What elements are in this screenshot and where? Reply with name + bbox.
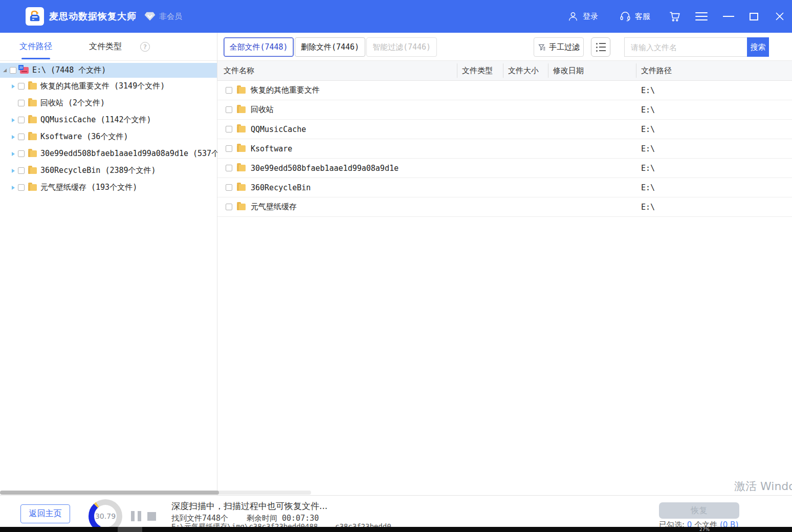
tree-item[interactable]: 元气壁纸缓存 (193个文件) bbox=[0, 179, 217, 196]
menu-button[interactable] bbox=[695, 12, 708, 20]
table-row[interactable]: QQMusicCache E:\ bbox=[217, 120, 792, 139]
support-button[interactable]: 客服 bbox=[620, 11, 650, 22]
minimize-button[interactable] bbox=[723, 16, 734, 17]
tree-root-drive[interactable]: E:\ (7448 个文件) bbox=[0, 63, 217, 78]
folder-icon bbox=[237, 204, 246, 210]
checkbox[interactable] bbox=[18, 184, 25, 191]
tree-item-label: 恢复的其他重要文件 (3149个文件) bbox=[40, 81, 165, 91]
checkbox[interactable] bbox=[226, 87, 232, 94]
tree-item[interactable]: 回收站 (2个文件) bbox=[0, 95, 217, 112]
folder-icon bbox=[28, 83, 37, 90]
filter-tab-smart-filter[interactable]: 智能过滤(7446) bbox=[366, 37, 437, 57]
column-modified-date[interactable]: 修改日期 bbox=[553, 61, 584, 81]
column-file-name[interactable]: 文件名称 bbox=[224, 61, 254, 81]
drive-icon bbox=[20, 67, 29, 74]
manual-filter-button[interactable]: 手工过滤 bbox=[534, 37, 584, 57]
close-button[interactable] bbox=[775, 11, 785, 21]
column-divider[interactable] bbox=[503, 63, 503, 78]
checkbox[interactable] bbox=[10, 67, 16, 74]
checkbox[interactable] bbox=[18, 167, 25, 174]
checkbox[interactable] bbox=[18, 150, 25, 157]
column-divider[interactable] bbox=[636, 63, 636, 78]
collapsed-caret-icon[interactable] bbox=[12, 135, 15, 139]
tree-item[interactable]: QQMusicCache (1142个文件) bbox=[0, 112, 217, 128]
tree-item[interactable]: 360RecycleBin (2389个文件) bbox=[0, 162, 217, 179]
table-row[interactable]: 回收站 E:\ bbox=[217, 100, 792, 120]
collapsed-caret-icon[interactable] bbox=[12, 152, 15, 156]
expanded-caret-icon[interactable] bbox=[3, 69, 7, 72]
checkbox[interactable] bbox=[226, 145, 232, 152]
checkbox[interactable] bbox=[18, 134, 25, 140]
file-name: 恢复的其他重要文件 bbox=[251, 85, 320, 95]
login-button[interactable]: 登录 bbox=[567, 11, 598, 22]
folder-icon bbox=[237, 184, 246, 191]
table-row[interactable]: 30e99edd508bfaeb1aae1d99a08a9d1e E:\ bbox=[217, 159, 792, 178]
collapsed-caret-icon[interactable] bbox=[12, 169, 15, 173]
tree-item[interactable]: 30e99edd508bfaeb1aae1d99a08a9d1e (537个文件… bbox=[0, 145, 217, 162]
maximize-button[interactable] bbox=[750, 13, 758, 20]
checkbox[interactable] bbox=[226, 184, 232, 191]
checkbox[interactable] bbox=[18, 83, 25, 90]
folder-icon bbox=[237, 145, 246, 152]
table-row[interactable]: 360RecycleBin E:\ bbox=[217, 178, 792, 197]
pause-scan-button[interactable] bbox=[131, 511, 141, 521]
tab-file-type[interactable]: 文件类型 bbox=[89, 33, 122, 60]
login-label: 登录 bbox=[583, 12, 598, 21]
scrollbar-thumb[interactable] bbox=[0, 491, 219, 495]
checkbox[interactable] bbox=[226, 165, 232, 171]
membership-badge[interactable]: 非会员 bbox=[144, 0, 182, 33]
tree-item[interactable]: 恢复的其他重要文件 (3149个文件) bbox=[0, 78, 217, 95]
filter-tab-all-files[interactable]: 全部文件(7448) bbox=[224, 37, 294, 57]
tree-item[interactable]: Ksoftware (36个文件) bbox=[0, 128, 217, 145]
search-input[interactable] bbox=[624, 37, 747, 57]
checkbox[interactable] bbox=[226, 204, 232, 210]
found-files-count: 找到文件7448个 bbox=[171, 514, 228, 523]
file-toolbar: 全部文件(7448) 删除文件(7446) 智能过滤(7446) 手工过滤 bbox=[217, 33, 792, 61]
user-icon bbox=[567, 11, 579, 22]
column-file-type[interactable]: 文件类型 bbox=[462, 61, 493, 81]
checkbox[interactable] bbox=[18, 117, 25, 123]
file-path: E:\ bbox=[641, 164, 655, 173]
recover-button[interactable]: 恢复 bbox=[659, 502, 739, 519]
back-home-button[interactable]: 返回主页 bbox=[20, 504, 70, 523]
checkbox[interactable] bbox=[226, 126, 232, 132]
cart-button[interactable] bbox=[668, 10, 681, 23]
folder-icon bbox=[237, 87, 246, 94]
tree-item-label: Ksoftware (36个文件) bbox=[40, 132, 128, 142]
folder-icon bbox=[237, 126, 246, 132]
checkbox[interactable] bbox=[18, 100, 25, 106]
collapsed-caret-icon[interactable] bbox=[12, 84, 15, 88]
table-row[interactable]: 元气壁纸缓存 E:\ bbox=[217, 197, 792, 217]
help-icon[interactable]: ? bbox=[140, 42, 150, 52]
sidebar: 文件路径 文件类型 ? E:\ (7448 个文件) 恢复的其他重要文件 (31… bbox=[0, 33, 217, 495]
column-file-size[interactable]: 文件大小 bbox=[508, 61, 539, 81]
tab-file-path[interactable]: 文件路径 bbox=[19, 33, 52, 60]
app-logo-icon bbox=[26, 7, 44, 26]
file-name: 360RecycleBin bbox=[251, 183, 311, 192]
file-name: 元气壁纸缓存 bbox=[251, 202, 297, 212]
search-button[interactable]: 搜索 bbox=[747, 37, 769, 57]
collapsed-caret-icon[interactable] bbox=[12, 118, 15, 122]
list-view-button[interactable] bbox=[591, 37, 610, 57]
filter-tab-deleted-files[interactable]: 删除文件(7446) bbox=[295, 37, 365, 57]
taskbar-percent: 27% bbox=[699, 527, 710, 532]
table-row[interactable]: 恢复的其他重要文件 E:\ bbox=[217, 81, 792, 100]
folder-icon bbox=[28, 184, 37, 191]
remaining-time-label: 剩余时间 bbox=[247, 514, 277, 523]
horizontal-scrollbar[interactable] bbox=[0, 491, 311, 495]
folder-icon bbox=[28, 150, 37, 157]
search-area: 搜索 bbox=[624, 37, 769, 57]
collapsed-caret-icon[interactable] bbox=[12, 186, 15, 190]
table-row[interactable]: Ksoftware E:\ bbox=[217, 139, 792, 159]
file-path: E:\ bbox=[641, 183, 655, 192]
column-file-path[interactable]: 文件路径 bbox=[641, 61, 672, 81]
checkbox[interactable] bbox=[226, 106, 232, 113]
sidebar-tabs: 文件路径 文件类型 ? bbox=[0, 33, 217, 61]
column-divider[interactable] bbox=[457, 63, 457, 78]
file-name: QQMusicCache bbox=[251, 125, 306, 134]
folder-icon bbox=[28, 167, 37, 174]
column-divider[interactable] bbox=[548, 63, 548, 78]
tree-item-label: 360RecycleBin (2389个文件) bbox=[40, 166, 156, 175]
stop-scan-button[interactable] bbox=[147, 512, 156, 521]
support-label: 客服 bbox=[635, 12, 650, 21]
